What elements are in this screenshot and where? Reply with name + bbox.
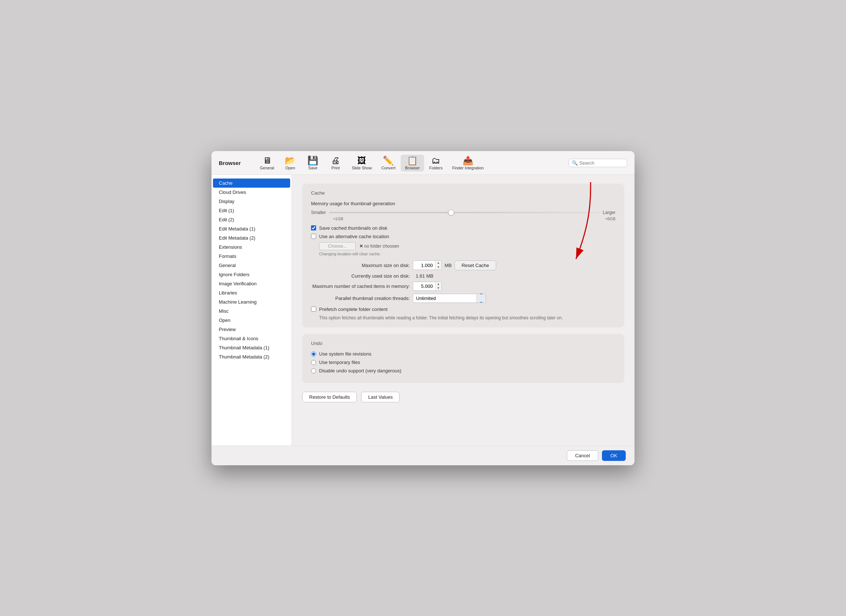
toolbar-item-open[interactable]: 📂 Open: [279, 155, 301, 172]
restore-defaults-button[interactable]: Restore to Defaults: [302, 392, 357, 402]
prefetch-checkbox[interactable]: [311, 307, 316, 312]
toolbar: Browser 🖥 General 📂 Open 💾 Save 🖨 Print …: [212, 151, 634, 175]
memory-slider[interactable]: [329, 212, 600, 213]
slider-max-label: Larger: [603, 210, 615, 215]
alt-cache-checkbox[interactable]: [311, 234, 316, 239]
max-cached-row: Maximum number of cached items in memory…: [311, 282, 615, 291]
toolbar-label-folders: Folders: [429, 166, 443, 170]
toolbar-label-convert: Convert: [381, 166, 395, 170]
footer: Cancel OK: [212, 446, 634, 465]
parallel-select-container: Unlimited 1 2 4 8 ⌃⌄: [413, 294, 486, 303]
main-content: Cache Memory usage for thumbnail generat…: [292, 175, 634, 446]
cache-note: Changing location will clear cache.: [319, 252, 615, 256]
sidebar-item-ignore-folders[interactable]: Ignore Folders: [213, 270, 290, 279]
max-size-down[interactable]: ▼: [435, 265, 441, 270]
last-values-button[interactable]: Last Values: [361, 392, 400, 402]
max-size-input[interactable]: [413, 261, 435, 269]
toolbar-label-save: Save: [308, 166, 317, 170]
max-size-row: Maximum size on disk: ▲ ▼ MB Reset Cache: [311, 260, 615, 270]
toolbar-item-print[interactable]: 🖨 Print: [325, 155, 347, 172]
finder-icon: 📤: [463, 156, 473, 165]
sidebar-item-libraries[interactable]: Libraries: [213, 288, 290, 298]
sidebar-item-edit2[interactable]: Edit (2): [213, 215, 290, 224]
max-cached-label: Maximum number of cached items in memory…: [311, 283, 410, 289]
sidebar-item-edit-metadata1[interactable]: Edit Metadata (1): [213, 224, 290, 233]
slideshow-icon: 🖼: [357, 156, 366, 165]
sidebar-item-extensions[interactable]: Extensions: [213, 242, 290, 252]
sidebar-item-thumbnail-icons[interactable]: Thumbnail & Icons: [213, 334, 290, 343]
alt-cache-label: Use an alternative cache location: [319, 234, 389, 239]
window-title: Browser: [219, 160, 248, 166]
toolbar-item-general[interactable]: 🖥 General: [256, 155, 279, 172]
prefetch-row: Prefetch complete folder content: [311, 307, 615, 312]
toolbar-item-finder[interactable]: 📤 Finder Integration: [448, 155, 488, 172]
undo-section-title: Undo: [311, 340, 615, 346]
max-cached-down[interactable]: ▼: [435, 286, 441, 290]
max-size-up[interactable]: ▲: [435, 261, 441, 265]
toolbar-label-open: Open: [285, 166, 295, 170]
toolbar-label-finder: Finder Integration: [452, 166, 484, 170]
alt-cache-row: Use an alternative cache location: [311, 234, 615, 239]
toolbar-item-browser[interactable]: 📋 Browser: [401, 155, 424, 172]
reset-cache-button[interactable]: Reset Cache: [454, 260, 496, 270]
sidebar-item-preview[interactable]: Preview: [213, 325, 290, 334]
prefetch-label: Prefetch complete folder content: [319, 307, 388, 312]
sidebar: Cache Cloud Drives Display Edit (1) Edit…: [212, 175, 292, 446]
sidebar-item-cache[interactable]: Cache: [213, 179, 290, 188]
undo-option2-label: Use temporary files: [319, 359, 360, 365]
ok-button[interactable]: OK: [602, 450, 626, 461]
max-cached-input-wrap: ▲ ▼: [413, 282, 442, 291]
memory-label: Memory usage for thumbnail generation: [311, 201, 615, 206]
sidebar-item-thumbnail-metadata1[interactable]: Thumbnail Metadata (1): [213, 343, 290, 352]
memory-slider-row: Smaller Larger: [311, 210, 615, 215]
toolbar-items: 🖥 General 📂 Open 💾 Save 🖨 Print 🖼 Slide …: [256, 155, 568, 172]
sidebar-item-edit-metadata2[interactable]: Edit Metadata (2): [213, 233, 290, 242]
sidebar-item-image-verification[interactable]: Image Verification: [213, 279, 290, 288]
toolbar-item-slideshow[interactable]: 🖼 Slide Show: [347, 155, 376, 172]
currently-used-row: Currently used size on disk: 1.61 MB: [311, 273, 615, 279]
toolbar-item-convert[interactable]: ✏️ Convert: [377, 155, 400, 172]
search-bar[interactable]: 🔍: [568, 159, 627, 167]
print-icon: 🖨: [331, 156, 340, 165]
cancel-button[interactable]: Cancel: [567, 450, 598, 461]
undo-radio-1[interactable]: [311, 352, 316, 356]
undo-radio-2[interactable]: [311, 360, 316, 365]
toolbar-item-folders[interactable]: 🗂 Folders: [425, 155, 447, 172]
currently-used-value: 1.61 MB: [416, 273, 433, 279]
max-size-unit: MB: [445, 263, 452, 268]
toolbar-label-slideshow: Slide Show: [352, 166, 372, 170]
prefetch-note: This option fetches all thumbnails while…: [319, 315, 615, 321]
sidebar-item-open[interactable]: Open: [213, 316, 290, 325]
undo-section: Undo Use system file revisions Use tempo…: [302, 334, 624, 383]
sidebar-item-misc[interactable]: Misc: [213, 307, 290, 316]
sidebar-item-general[interactable]: General: [213, 261, 290, 270]
parallel-select[interactable]: Unlimited 1 2 4 8: [413, 294, 486, 302]
sidebar-item-cloud-drives[interactable]: Cloud Drives: [213, 188, 290, 197]
toolbar-label-print: Print: [332, 166, 340, 170]
prefetch-section: Prefetch complete folder content This op…: [311, 307, 615, 321]
body-layout: Cache Cloud Drives Display Edit (1) Edit…: [212, 175, 634, 446]
undo-option3-label: Disable undo support (very dangerous): [319, 368, 401, 374]
save-thumbnails-label: Save cached thumbnails on disk: [319, 225, 387, 231]
sidebar-item-display[interactable]: Display: [213, 197, 290, 206]
sidebar-item-edit1[interactable]: Edit (1): [213, 206, 290, 215]
search-input[interactable]: [579, 160, 623, 166]
sidebar-item-machine-learning[interactable]: Machine Learning: [213, 298, 290, 307]
max-size-label: Maximum size on disk:: [311, 263, 410, 268]
choose-button[interactable]: Choose...: [319, 242, 356, 250]
save-icon: 💾: [307, 156, 318, 165]
save-thumbnails-checkbox[interactable]: [311, 225, 316, 230]
undo-option2-row: Use temporary files: [311, 359, 615, 365]
choose-folder-row: Choose... ✕ no folder choosen: [319, 242, 615, 250]
undo-radio-3[interactable]: [311, 368, 316, 374]
undo-option1-label: Use system file revisions: [319, 351, 372, 356]
sidebar-item-thumbnail-metadata2[interactable]: Thumbnail Metadata (2): [213, 352, 290, 361]
max-cached-input[interactable]: [413, 282, 435, 290]
sidebar-item-formats[interactable]: Formats: [213, 252, 290, 261]
max-cached-up[interactable]: ▲: [435, 282, 441, 286]
max-size-stepper: ▲ ▼: [435, 261, 441, 269]
bottom-bar: Restore to Defaults Last Values: [302, 392, 624, 402]
currently-used-label: Currently used size on disk:: [311, 273, 410, 279]
convert-icon: ✏️: [383, 156, 394, 165]
toolbar-item-save[interactable]: 💾 Save: [302, 155, 324, 172]
